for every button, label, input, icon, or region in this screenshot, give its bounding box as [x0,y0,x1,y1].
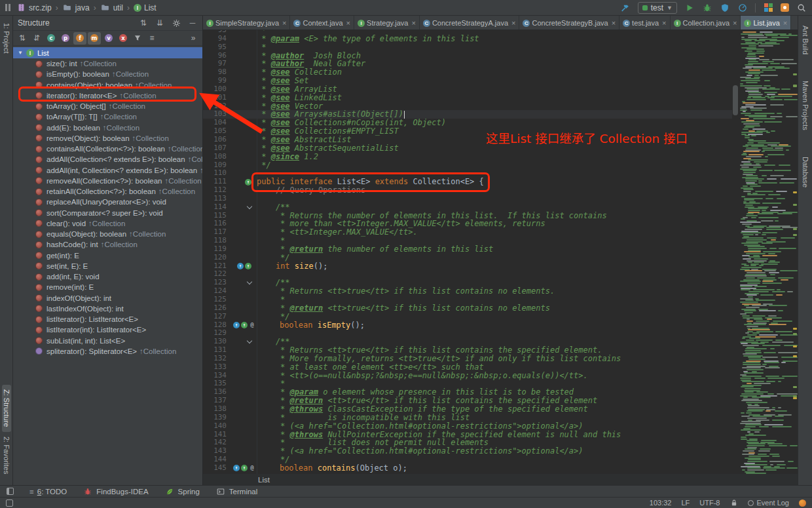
code-line-108[interactable]: 108 * @since 1.2 [203,153,732,161]
scrollbar-thumb[interactable] [733,85,738,115]
tab-concretestrategyb-java[interactable]: CConcreteStrategyB.java× [519,16,619,30]
tab-close-icon[interactable]: × [612,19,616,27]
coverage-button[interactable] [720,3,730,13]
ovr-gutter-icon[interactable]: ↑ [233,322,240,328]
plugins-grid-icon[interactable] [763,3,773,13]
structure-item[interactable]: equals(Object): boolean↑Collection [13,229,202,239]
status-toolwindow-icon[interactable] [6,499,13,507]
editor-scrollbar[interactable] [732,30,739,474]
structure-item[interactable]: hashCode(): int↑Collection [13,239,202,250]
search-everywhere-icon[interactable] [796,3,807,13]
impl-gutter-icon[interactable]: ↑ [241,465,248,471]
code-line-121[interactable]: 121↑↑ int size(); [203,262,732,271]
expand-arrow-icon[interactable]: ▼ [18,50,23,56]
impl-gutter-icon[interactable]: ↑ [245,263,251,269]
tab-list-java[interactable]: IList.java× [741,16,791,30]
breadcrumb-item-list[interactable]: IList [134,3,157,12]
lock-icon[interactable] [729,499,738,507]
structure-item[interactable]: spliterator(): Spliterator<E>↑Collection [13,346,202,357]
structure-item[interactable]: remove(Object): boolean↑Collection [13,133,202,144]
tab-collection-java[interactable]: ICollection.java× [671,16,741,30]
structure-item[interactable]: containsAll(Collection<?>): boolean↑Coll… [13,144,202,154]
structure-item[interactable]: toArray(): Object[]↑Collection [13,101,202,111]
encoding-indicator[interactable]: UTF-8 [699,499,720,507]
tool-strip-button-database[interactable]: Database [801,152,810,192]
tab-simplestrategy-java[interactable]: ISimpleStrategy.java× [203,16,290,30]
sort-by-visibility-icon[interactable]: ⇵ [30,32,43,45]
show-classes-icon[interactable]: c [45,32,58,45]
toolwindow-button-findbugs-idea[interactable]: FindBugs-IDEA [83,486,148,497]
tab-context-java[interactable]: CContext.java× [290,16,354,30]
code-area[interactable]: 93 *94 * @param <E> the type of elements… [203,30,732,474]
code-line-109[interactable]: 109 */ [203,161,732,170]
structure-item[interactable]: set(int, E): E [13,261,202,271]
fold-arrow-icon[interactable] [247,279,252,284]
settings-gear-icon[interactable] [171,18,181,28]
editor-breadcrumb[interactable]: List [258,476,270,484]
impl-gutter-icon[interactable]: ↑ [241,322,248,328]
toolwindow-button-spring[interactable]: Spring [164,486,200,497]
minimap[interactable] [739,30,798,474]
structure-item[interactable]: subList(int, int): List<E> [13,336,202,346]
more-options-icon[interactable]: » [187,32,200,45]
show-properties-icon[interactable]: p [59,32,72,45]
build-hammer-icon[interactable] [620,3,631,13]
profile-settings-icon[interactable] [781,3,789,12]
tool-strip-button-favorites[interactable]: 2: Favorites [2,432,11,479]
structure-item[interactable]: lastIndexOf(Object): int [13,303,202,314]
structure-item[interactable]: toArray(T[]): T[]↑Collection [13,111,202,122]
code-line-94[interactable]: 94 * @param <E> the type of elements in … [203,35,732,43]
structure-item[interactable]: retainAll(Collection<?>): boolean↑Collec… [13,186,202,197]
tab-concretestrategya-java[interactable]: CConcreteStrategyA.java× [420,16,520,30]
ovr-gutter-icon[interactable]: ↑ [233,465,240,471]
structure-item[interactable]: indexOf(Object): int [13,293,202,303]
caret-position[interactable]: 103:32 [650,499,672,507]
tab-close-icon[interactable]: × [411,19,415,27]
filter-icon[interactable] [131,32,144,45]
line-ending-indicator[interactable]: LF [681,499,690,507]
tab-close-icon[interactable]: × [733,19,737,27]
code-line-145[interactable]: 145↑↑@ boolean contains(Object o); [203,464,732,473]
structure-root-list[interactable]: ▼IList [13,47,202,58]
structure-item[interactable]: clear(): void↑Collection [13,218,202,229]
structure-item[interactable]: listIterator(int): ListIterator<E> [13,324,202,335]
tool-strip-button-structure[interactable]: Z: Structure [2,385,11,431]
breadcrumb-item-src-zip[interactable]: src.zip [16,3,52,13]
tab-close-icon[interactable]: × [783,19,787,27]
event-log-button[interactable]: Event Log [748,499,789,507]
sort-alphabetically-icon[interactable]: ⇅ [16,32,29,45]
structure-item[interactable]: add(E): boolean↑Collection [13,123,202,133]
hide-panel-icon[interactable]: ─ [187,18,198,28]
ovr-gutter-icon[interactable]: ↑ [237,263,244,269]
autoscroll-from-source-icon[interactable]: ⇊ [155,18,165,28]
fold-arrow-icon[interactable] [247,338,252,343]
structure-item[interactable]: add(int, E): void [13,271,202,282]
tab-close-icon[interactable]: × [282,19,286,27]
show-inherited-icon[interactable]: v [102,32,115,45]
structure-item[interactable]: get(int): E [13,250,202,261]
code-line-128[interactable]: 128↑↑@ boolean isEmpty(); [203,321,732,330]
tab-strategy-java[interactable]: IStrategy.java× [354,16,420,30]
run-configuration-select[interactable]: test ▼ [638,2,677,14]
tool-strip-button-maven-projects[interactable]: Maven Projects [801,76,810,135]
anno-gutter-icon[interactable]: @ [249,465,255,471]
anno-gutter-icon[interactable]: @ [249,322,255,328]
structure-item[interactable]: sort(Comparator<? super E>): void [13,208,202,218]
impl-gutter-icon[interactable]: ↑ [245,179,251,186]
structure-item[interactable]: remove(int): E [13,282,202,292]
profiler-button[interactable] [737,3,748,13]
debug-button[interactable] [702,3,712,13]
tab-test-java[interactable]: Ctest.java× [619,16,670,30]
structure-item[interactable]: size(): int↑Collection [13,58,202,69]
breadcrumb-item-java[interactable]: java [62,3,90,13]
show-fields-icon[interactable]: f [73,32,86,45]
structure-item[interactable]: addAll(Collection<? extends E>): boolean… [13,154,202,165]
show-methods-icon[interactable]: m [88,32,101,45]
toolwindow-button-6-todo[interactable]: ≡6: TODO [29,488,67,496]
show-excluded-icon[interactable]: x [117,32,130,45]
ide-status-icon[interactable] [799,499,806,507]
tool-window-quick-access-icon[interactable] [7,488,14,495]
breadcrumb-item-util[interactable]: util [100,3,123,13]
structure-item[interactable]: isEmpty(): boolean↑Collection [13,69,202,79]
structure-item[interactable]: listIterator(): ListIterator<E> [13,314,202,324]
